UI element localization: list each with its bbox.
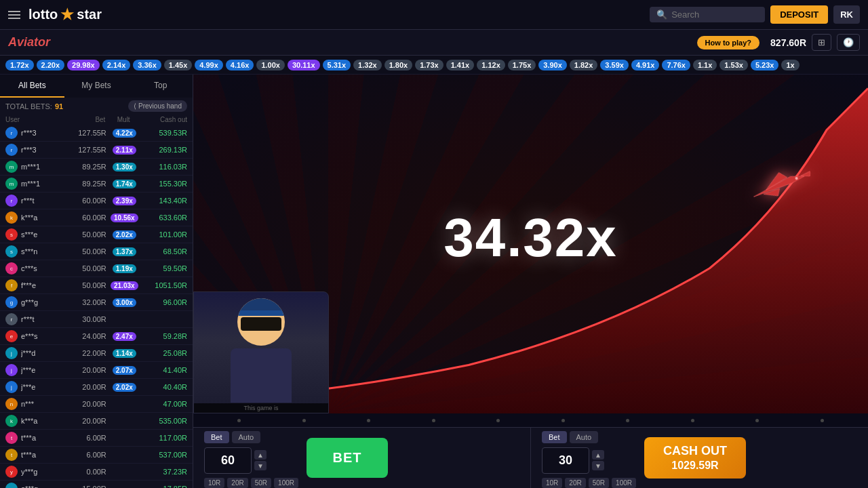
cashout-amount: 25.08R: [142, 349, 187, 357]
mult-pill[interactable]: 29.98x: [67, 60, 100, 70]
bets-list: r r***3 127.55R 4.22x 539.53R r r***3 12…: [0, 125, 193, 488]
mult-pill[interactable]: 1.75x: [508, 60, 536, 70]
username: j***e: [21, 383, 66, 391]
table-row: e e***s 24.00R 2.47x 59.28R: [0, 328, 193, 345]
table-row: k k***a 60.00R 10.56x 633.60R: [0, 209, 193, 226]
layout-button[interactable]: ⊞: [812, 34, 831, 51]
bet-amount-display-1: 60: [204, 447, 252, 474]
mult-pill[interactable]: 1.82x: [570, 60, 598, 70]
cashout-amount: 537.00R: [142, 451, 187, 459]
quick-20r-1[interactable]: 20R: [227, 478, 248, 488]
mult-pill[interactable]: 1x: [781, 60, 799, 70]
avatar: y: [5, 466, 18, 478]
avatar-button[interactable]: RK: [833, 5, 860, 24]
person-head: [237, 298, 285, 346]
username: j***d: [21, 349, 66, 357]
quick-50r-2[interactable]: 50R: [589, 478, 609, 488]
mult-pill[interactable]: 4.91x: [631, 60, 660, 70]
mult-pill[interactable]: 4.99x: [195, 60, 223, 70]
balance-display: 827.60R: [770, 37, 806, 48]
username: m***1: [21, 163, 66, 171]
table-row: s s***e 50.00R 2.02x 101.00R: [0, 226, 193, 243]
deposit-button[interactable]: DEPOSIT: [770, 5, 828, 24]
cashout-amount: 47.00R: [142, 400, 187, 408]
mult-pill[interactable]: 7.76x: [662, 60, 690, 70]
mult-badge: 21.03x: [106, 281, 142, 289]
cashout-amount: 40.40R: [142, 383, 187, 391]
bet-amount-row-1: 60 ▲ ▼: [204, 447, 298, 474]
tab-my-bets[interactable]: My Bets: [64, 75, 129, 98]
table-row: t t***a 6.00R 117.00R: [0, 430, 193, 447]
axis-dot: [432, 419, 435, 422]
main-content: All Bets My Bets Top TOTAL BETS: 91 ⟨ Pr…: [0, 75, 868, 488]
cashout-amount: 155.30R: [142, 180, 187, 188]
username: m***1: [21, 180, 66, 188]
mult-pill[interactable]: 1.72x: [5, 60, 34, 70]
hamburger-menu[interactable]: [8, 11, 20, 19]
cashout-amount: 17.85R: [142, 485, 187, 488]
amount-down-1[interactable]: ▼: [254, 461, 267, 470]
mult-pill[interactable]: 1.32x: [353, 60, 382, 70]
cash-out-amount-value: 1029.59R: [671, 460, 718, 472]
clock-button[interactable]: 🕐: [837, 34, 860, 51]
username: o***g: [21, 485, 66, 488]
multiplier-display: 34.32x: [443, 207, 618, 269]
search-icon: 🔍: [656, 9, 667, 20]
cashout-amount: 633.60R: [142, 214, 187, 222]
prev-hand-button[interactable]: ⟨ Previous hand: [128, 100, 187, 112]
bet-tab-2[interactable]: Bet: [542, 431, 567, 443]
amount-down-2[interactable]: ▼: [592, 461, 604, 470]
table-row: o o***g 15.00R 17.85R: [0, 481, 193, 488]
mult-pill[interactable]: 3.36x: [133, 60, 161, 70]
avatar: n: [5, 398, 18, 410]
mult-pill[interactable]: 1.45x: [164, 60, 193, 70]
cashout-amount: 41.40R: [142, 366, 187, 374]
mult-badge: 1.74x: [106, 180, 142, 188]
mult-pill[interactable]: 5.23x: [751, 60, 779, 70]
mult-pill[interactable]: 3.59x: [600, 60, 629, 70]
avatar: r: [5, 127, 18, 139]
mult-pill[interactable]: 1.12x: [477, 60, 505, 70]
quick-20r-2[interactable]: 20R: [565, 478, 585, 488]
tab-all-bets[interactable]: All Bets: [0, 75, 64, 98]
username: k***a: [21, 417, 66, 425]
col-cash-header: Cash out: [142, 116, 187, 123]
mult-pill[interactable]: 2.20x: [37, 60, 65, 70]
mult-pill[interactable]: 30.11x: [288, 60, 320, 70]
cash-out-button[interactable]: CASH OUT 1029.59R: [644, 437, 746, 479]
amount-up-2[interactable]: ▲: [592, 450, 604, 460]
search-input[interactable]: [671, 9, 760, 20]
amount-arrows-2: ▲ ▼: [592, 450, 604, 470]
mult-pill[interactable]: 2.14x: [102, 60, 131, 70]
mult-pill[interactable]: 4.16x: [226, 60, 254, 70]
cashout-amount: 96.00R: [142, 298, 187, 306]
mult-pill[interactable]: 3.90x: [538, 60, 567, 70]
bet-amount: 127.55R: [66, 146, 106, 154]
mult-pill[interactable]: 1.53x: [719, 60, 748, 70]
bet-amount: 24.00R: [66, 332, 106, 340]
bets-tabs: All Bets My Bets Top: [0, 75, 193, 98]
auto-tab-2[interactable]: Auto: [570, 431, 599, 443]
how-to-play-button[interactable]: How to play?: [697, 36, 760, 49]
username: r***3: [21, 129, 66, 137]
bet-tab-1[interactable]: Bet: [204, 431, 229, 443]
mult-pill[interactable]: 1.41x: [446, 60, 475, 70]
amount-up-1[interactable]: ▲: [254, 450, 267, 460]
tab-top[interactable]: Top: [128, 75, 193, 98]
mult-pill[interactable]: 1.80x: [384, 60, 413, 70]
mult-badge: 1.30x: [106, 163, 142, 171]
quick-10r-2[interactable]: 10R: [542, 478, 562, 488]
quick-100r-1[interactable]: 100R: [274, 478, 298, 488]
mult-pill[interactable]: 1.00x: [256, 60, 285, 70]
cash-out-label: CASH OUT: [663, 444, 727, 458]
mult-pill[interactable]: 1.1x: [693, 60, 717, 70]
quick-10r-1[interactable]: 10R: [204, 478, 224, 488]
bet-button[interactable]: BET: [307, 438, 388, 478]
quick-50r-1[interactable]: 50R: [251, 478, 271, 488]
webcam-person: [194, 292, 328, 413]
mult-pill[interactable]: 1.73x: [415, 60, 443, 70]
mult-badge: 1.19x: [106, 264, 142, 272]
auto-tab-1[interactable]: Auto: [232, 431, 261, 443]
mult-pill[interactable]: 5.31x: [323, 60, 351, 70]
quick-100r-2[interactable]: 100R: [612, 478, 636, 488]
